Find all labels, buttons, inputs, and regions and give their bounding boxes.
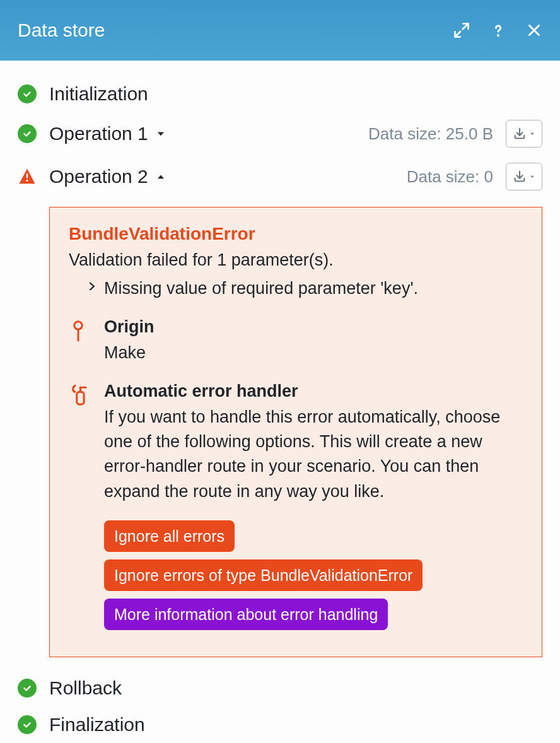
error-detail-text: Missing value of required parameter 'key… [104,279,418,298]
help-icon[interactable] [489,21,507,39]
data-size-label: Data size: 0 [407,167,493,187]
step-title: Initialization [49,83,542,105]
data-size-label: Data size: 25.0 B [368,124,493,144]
svg-rect-9 [77,392,84,404]
check-icon [18,679,37,698]
step-label: Initialization [49,83,148,105]
origin-heading: Origin [104,317,523,337]
step-label: Finalization [49,714,145,735]
caret-down-icon [155,127,167,140]
step-initialization: Initialization [18,76,542,112]
error-panel: BundleValidationError Validation failed … [49,207,542,657]
ignore-type-button[interactable]: Ignore errors of type BundleValidationEr… [104,559,423,591]
step-operation-2[interactable]: Operation 2 Data size: 0 [18,155,542,198]
chevron-right-icon [86,279,98,298]
step-operation-1[interactable]: Operation 1 Data size: 25.0 B [18,112,542,155]
error-detail[interactable]: Missing value of required parameter 'key… [69,279,523,298]
error-title: BundleValidationError [69,224,523,244]
origin-section: Origin Make [69,317,523,365]
step-title: Operation 1 [49,123,356,144]
svg-point-2 [498,35,498,35]
panel-header: Data store [0,0,560,61]
svg-line-0 [463,24,469,30]
download-button[interactable] [506,120,542,148]
svg-point-7 [74,322,83,330]
handler-section: Automatic error handler If you want to h… [69,382,523,504]
svg-line-1 [455,32,461,37]
step-finalization: Finalization [18,706,542,743]
step-label: Operation 1 [49,123,148,144]
check-icon [18,85,37,103]
expand-icon[interactable] [453,21,470,39]
check-icon [18,715,37,734]
step-title: Finalization [49,714,542,735]
extinguisher-icon [69,382,90,504]
ignore-all-button[interactable]: Ignore all errors [104,520,235,552]
step-label: Operation 2 [49,166,148,187]
svg-rect-5 [26,173,28,178]
check-icon [18,124,37,143]
more-info-button[interactable]: More information about error handling [104,599,388,630]
panel-title: Data store [18,20,453,41]
caret-up-icon [155,170,167,183]
download-button[interactable] [506,163,542,190]
handler-heading: Automatic error handler [104,382,523,401]
step-label: Rollback [49,677,122,699]
error-message: Validation failed for 1 parameter(s). [69,250,523,270]
warning-icon [18,167,37,186]
origin-value: Make [104,341,523,365]
step-title: Rollback [49,677,542,699]
step-rollback: Rollback [18,670,542,706]
close-icon[interactable] [526,22,542,38]
pin-icon [69,317,90,365]
step-title: Operation 2 [49,166,394,187]
handler-text: If you want to handle this error automat… [104,405,523,504]
svg-point-6 [26,180,28,182]
